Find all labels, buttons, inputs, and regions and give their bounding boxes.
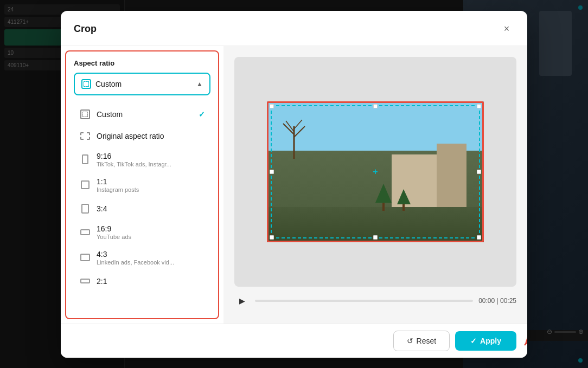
option-169-icon — [79, 226, 91, 238]
close-button[interactable]: × — [499, 22, 514, 37]
dropdown-label: Custom — [95, 80, 122, 88]
video-frame — [267, 101, 484, 242]
video-preview — [234, 57, 516, 287]
option-169-sub: YouTube ads — [97, 234, 205, 240]
video-background — [267, 101, 484, 242]
option-custom-text: Custom — [97, 110, 193, 119]
option-custom[interactable]: Custom ✓ — [74, 104, 210, 125]
arrow-pointer — [508, 329, 527, 356]
svg-marker-6 — [375, 184, 392, 203]
options-list: Custom ✓ Original aspect ratio — [74, 104, 210, 292]
time-current: 00:00 — [478, 297, 495, 305]
time-display: 00:00 | 00:25 — [478, 297, 516, 305]
option-34-text: 3:4 — [97, 204, 205, 213]
aspect-ratio-dropdown[interactable]: Custom ▲ — [74, 73, 210, 95]
option-original-text: Original aspect ratio — [97, 132, 205, 140]
option-169-name: 16:9 — [97, 224, 205, 233]
modal-body: Aspect ratio Custom ▲ — [61, 46, 527, 324]
option-original[interactable]: Original aspect ratio — [74, 126, 210, 146]
player-controls: ▶ 00:00 | 00:25 — [234, 287, 516, 313]
option-43-icon — [79, 251, 91, 263]
modal-header: Crop × — [61, 11, 527, 46]
reset-button[interactable]: ↺ Reset — [393, 331, 450, 351]
pine-tree-svg — [375, 184, 392, 211]
option-916-sub: TikTok, TikTok ads, Instagr... — [97, 161, 205, 167]
modal-title: Crop — [74, 23, 97, 35]
option-34-icon — [79, 203, 91, 215]
option-21-name: 2:1 — [97, 277, 205, 286]
option-916-name: 9:16 — [97, 152, 205, 160]
right-panel: ▶ 00:00 | 00:25 — [223, 46, 527, 324]
left-panel: Aspect ratio Custom ▲ — [65, 50, 219, 319]
option-original-icon — [79, 130, 91, 142]
option-original-name: Original aspect ratio — [97, 132, 205, 140]
option-21[interactable]: 2:1 — [74, 271, 210, 292]
svg-line-2 — [294, 126, 305, 137]
tree-svg — [278, 115, 310, 159]
svg-line-4 — [294, 120, 302, 129]
option-916-icon — [79, 153, 91, 165]
option-34-name: 3:4 — [97, 204, 205, 213]
svg-rect-5 — [382, 203, 385, 211]
option-916[interactable]: 9:16 TikTok, TikTok ads, Instagr... — [74, 147, 210, 172]
option-11[interactable]: 1:1 Instagram posts — [74, 173, 210, 197]
apply-check-icon: ✓ — [470, 337, 477, 345]
play-button[interactable]: ▶ — [234, 293, 250, 308]
apply-button-wrapper: ✓ Apply — [455, 331, 516, 351]
reset-icon: ↺ — [407, 337, 413, 345]
svg-marker-8 — [397, 189, 411, 204]
option-21-text: 2:1 — [97, 277, 205, 286]
option-916-text: 9:16 TikTok, TikTok ads, Instagr... — [97, 152, 205, 167]
play-icon: ▶ — [239, 296, 245, 305]
apply-button[interactable]: ✓ Apply — [455, 331, 516, 351]
option-11-name: 1:1 — [97, 177, 205, 186]
option-21-icon — [79, 275, 91, 287]
left-panel-wrapper: Aspect ratio Custom ▲ — [61, 46, 223, 324]
pine-tree2-svg — [397, 189, 411, 211]
option-11-icon — [79, 179, 91, 191]
option-169[interactable]: 16:9 YouTube ads — [74, 220, 210, 244]
modal-overlay: Crop × Aspect ratio Custom — [0, 0, 588, 368]
option-custom-icon — [79, 108, 91, 120]
svg-rect-7 — [402, 204, 405, 211]
aspect-ratio-label: Aspect ratio — [74, 59, 210, 67]
option-11-sub: Instagram posts — [97, 186, 205, 193]
option-43-name: 4:3 — [97, 250, 205, 259]
reset-label: Reset — [417, 337, 437, 345]
option-43-sub: LinkedIn ads, Facebook vid... — [97, 259, 205, 266]
option-43[interactable]: 4:3 LinkedIn ads, Facebook vid... — [74, 246, 210, 270]
chevron-up-icon: ▲ — [196, 80, 203, 88]
option-169-text: 16:9 YouTube ads — [97, 224, 205, 240]
dropdown-left: Custom — [81, 79, 122, 89]
crop-modal: Crop × Aspect ratio Custom — [61, 11, 527, 358]
close-icon: × — [504, 23, 510, 35]
progress-bar[interactable] — [255, 300, 473, 302]
option-43-text: 4:3 LinkedIn ads, Facebook vid... — [97, 250, 205, 266]
option-11-text: 1:1 Instagram posts — [97, 177, 205, 193]
dropdown-custom-icon — [81, 79, 91, 89]
option-34[interactable]: 3:4 — [74, 198, 210, 219]
option-custom-name: Custom — [97, 110, 193, 119]
option-custom-check: ✓ — [199, 110, 205, 119]
modal-footer: ↺ Reset ✓ Apply — [61, 324, 527, 358]
time-total: 00:25 — [500, 297, 516, 305]
apply-label: Apply — [480, 337, 501, 345]
